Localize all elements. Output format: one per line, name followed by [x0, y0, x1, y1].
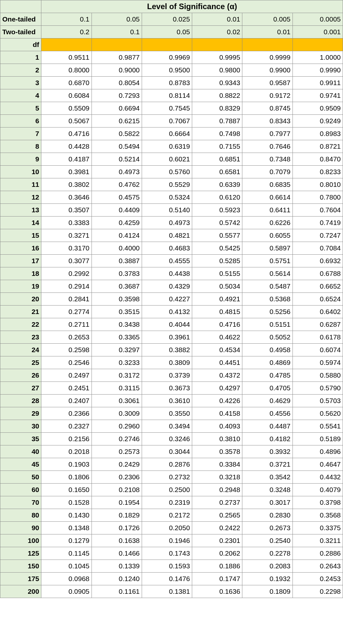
table-cell: 0.5760: [142, 166, 192, 178]
alpha-two-tailed: 0.05: [142, 26, 192, 38]
table-cell: 0.9877: [92, 51, 142, 64]
table-cell: 0.4329: [142, 280, 192, 293]
table-cell: 0.2422: [192, 522, 242, 534]
df-value: 25: [0, 356, 41, 369]
table-cell: 1.0000: [293, 51, 343, 64]
df-header-empty: [41, 38, 92, 51]
table-cell: 0.2841: [41, 293, 92, 306]
table-cell: 0.5897: [242, 242, 293, 255]
df-value: 40: [0, 445, 41, 458]
table-cell: 0.2156: [41, 433, 92, 445]
table-cell: 0.8745: [242, 102, 293, 115]
df-value: 4: [0, 89, 41, 102]
table-cell: 0.2992: [41, 267, 92, 280]
df-value: 1: [0, 51, 41, 64]
df-value: 45: [0, 458, 41, 471]
table-cell: 0.5790: [293, 382, 343, 395]
table-cell: 0.4683: [142, 242, 192, 255]
table-cell: 0.5067: [41, 115, 92, 127]
table-cell: 0.8721: [293, 140, 343, 153]
df-value: 12: [0, 191, 41, 204]
table-cell: 0.4158: [192, 407, 242, 420]
table-cell: 0.3218: [192, 471, 242, 484]
table-cell: 0.6055: [242, 229, 293, 242]
table-cell: 0.3961: [142, 331, 192, 344]
table-cell: 0.1339: [92, 560, 142, 573]
table-cell: 0.9511: [41, 51, 92, 64]
table-cell: 0.8054: [92, 77, 142, 89]
df-value: 21: [0, 306, 41, 318]
table-cell: 0.1932: [242, 573, 293, 585]
table-cell: 0.2653: [41, 331, 92, 344]
table-cell: 0.9741: [293, 89, 343, 102]
df-value: 29: [0, 407, 41, 420]
table-cell: 0.6287: [293, 318, 343, 331]
alpha-two-tailed: 0.01: [242, 26, 293, 38]
table-cell: 0.2429: [92, 458, 142, 471]
table-cell: 0.4132: [142, 306, 192, 318]
table-cell: 0.4973: [92, 166, 142, 178]
table-cell: 0.8343: [242, 115, 293, 127]
table-cell: 0.4647: [293, 458, 343, 471]
table-cell: 0.4372: [192, 369, 242, 382]
table-cell: 0.2319: [142, 496, 192, 509]
table-cell: 0.4622: [192, 331, 242, 344]
table-cell: 0.2830: [242, 509, 293, 522]
table-cell: 0.1145: [41, 547, 92, 560]
table-cell: 0.3802: [41, 178, 92, 191]
table-cell: 0.5034: [192, 280, 242, 293]
df-value: 23: [0, 331, 41, 344]
df-value: 17: [0, 255, 41, 267]
table-cell: 0.2914: [41, 280, 92, 293]
table-cell: 0.1430: [41, 509, 92, 522]
table-cell: 0.6074: [293, 344, 343, 356]
df-value: 125: [0, 547, 41, 560]
table-cell: 0.4869: [242, 356, 293, 369]
table-cell: 0.4762: [92, 178, 142, 191]
table-cell: 0.4093: [192, 420, 242, 433]
df-value: 26: [0, 369, 41, 382]
table-cell: 0.2172: [142, 509, 192, 522]
table-cell: 0.4297: [192, 382, 242, 395]
table-cell: 0.9999: [242, 51, 293, 64]
table-cell: 0.4716: [192, 318, 242, 331]
table-cell: 0.5368: [242, 293, 293, 306]
df-value: 80: [0, 509, 41, 522]
table-cell: 0.6835: [242, 178, 293, 191]
table-cell: 0.4259: [92, 217, 142, 229]
table-cell: 0.3383: [41, 217, 92, 229]
table-cell: 0.8470: [293, 153, 343, 166]
table-cell: 0.3810: [192, 433, 242, 445]
table-cell: 0.4428: [41, 140, 92, 153]
df-value: 16: [0, 242, 41, 255]
table-cell: 0.5509: [41, 102, 92, 115]
df-value: 6: [0, 115, 41, 127]
table-cell: 0.5052: [242, 331, 293, 344]
table-cell: 0.9500: [142, 64, 192, 77]
df-value: 9: [0, 153, 41, 166]
table-cell: 0.6664: [142, 127, 192, 140]
table-cell: 0.6402: [293, 306, 343, 318]
table-cell: 0.7079: [242, 166, 293, 178]
table-cell: 0.3882: [142, 344, 192, 356]
df-label: df: [0, 38, 41, 51]
table-cell: 0.2732: [142, 471, 192, 484]
table-cell: 0.2573: [92, 445, 142, 458]
table-cell: 0.2948: [192, 484, 242, 496]
df-value: 35: [0, 433, 41, 445]
table-cell: 0.8000: [41, 64, 92, 77]
table-cell: 0.9800: [192, 64, 242, 77]
df-value: 50: [0, 471, 41, 484]
df-value: 11: [0, 178, 41, 191]
table-cell: 0.2062: [192, 547, 242, 560]
table-cell: 0.6120: [192, 191, 242, 204]
table-cell: 0.3887: [92, 255, 142, 267]
table-cell: 0.5151: [242, 318, 293, 331]
table-cell: 0.1161: [92, 585, 142, 598]
two-tailed-label: Two-tailed: [0, 26, 41, 38]
table-cell: 0.2886: [293, 547, 343, 560]
table-cell: 0.7348: [242, 153, 293, 166]
table-cell: 0.3783: [92, 267, 142, 280]
table-cell: 0.2301: [192, 534, 242, 547]
table-cell: 0.6932: [293, 255, 343, 267]
